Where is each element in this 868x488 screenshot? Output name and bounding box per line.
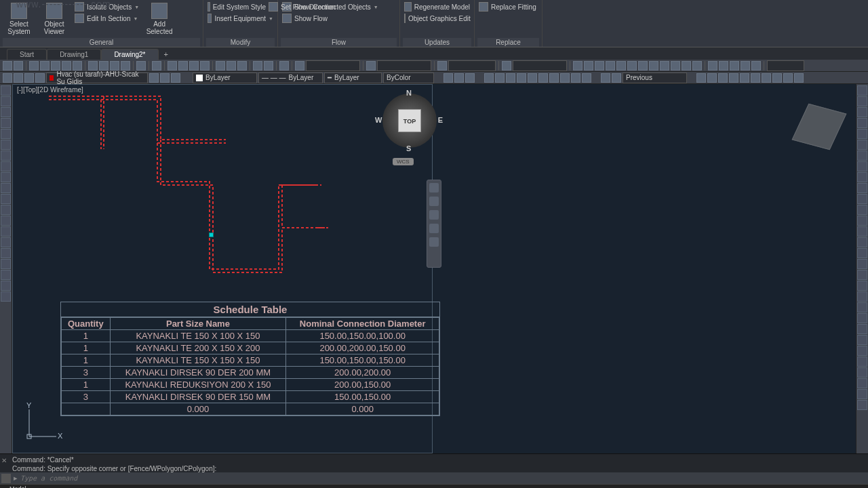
modify-tool-icon[interactable] (857, 237, 867, 247)
draw-tool-icon[interactable] (1, 161, 11, 171)
add-selected-button[interactable]: Add Selected (143, 1, 176, 37)
modify-tool-icon[interactable] (857, 161, 867, 171)
view-compass[interactable]: TOP N S E W (379, 90, 440, 151)
replace-fitting-button[interactable]: Replace Fitting (477, 1, 539, 12)
modify-tool-icon[interactable] (857, 400, 867, 410)
modify-tool-icon[interactable] (857, 150, 867, 161)
draw-tool-icon[interactable] (1, 107, 11, 117)
prop-icon[interactable] (707, 73, 717, 83)
draw-tool-icon[interactable] (1, 140, 11, 150)
prop-icon[interactable] (465, 73, 475, 83)
viewport[interactable]: [-][Top][2D Wireframe] TOP N S E (12, 84, 433, 453)
qat-icon[interactable] (649, 61, 658, 70)
prop-icon[interactable] (601, 73, 610, 83)
wcs-badge[interactable]: WCS (393, 158, 414, 165)
qat-icon[interactable] (279, 61, 289, 70)
tab-start[interactable]: Start (7, 49, 47, 60)
modify-tool-icon[interactable] (857, 96, 867, 106)
draw-tool-icon[interactable] (1, 85, 11, 96)
qat-icon[interactable] (200, 61, 210, 70)
modify-tool-icon[interactable] (857, 140, 867, 150)
prop-icon[interactable] (506, 73, 515, 83)
color-dropdown[interactable]: ByLayer (193, 73, 257, 83)
drawing-canvas[interactable]: [-][Top][2D Wireframe] TOP N S E (12, 84, 868, 453)
qat-icon[interactable] (692, 61, 702, 70)
prop-icon[interactable] (443, 73, 453, 83)
dim-style-drop[interactable] (377, 60, 431, 71)
cmd-close-icon[interactable]: ✕ (1, 457, 7, 464)
qat-icon[interactable] (584, 61, 593, 70)
modify-tool-icon[interactable] (857, 389, 867, 399)
prop-icon[interactable] (528, 73, 537, 83)
modify-tool-icon[interactable] (857, 194, 867, 204)
modify-tool-icon[interactable] (857, 85, 867, 96)
draw-tool-icon[interactable] (1, 259, 11, 269)
qat-icon[interactable] (638, 61, 648, 70)
command-prompt-icon[interactable] (1, 474, 11, 483)
prop-icon[interactable] (772, 73, 782, 83)
prop-icon[interactable] (560, 73, 570, 83)
draw-tool-icon[interactable] (1, 172, 11, 182)
qat-icon[interactable] (216, 61, 225, 70)
prop-icon[interactable] (696, 73, 706, 83)
prop-icon[interactable] (794, 73, 804, 83)
draw-tool-icon[interactable] (1, 150, 11, 161)
nav-showmotion-icon[interactable] (429, 237, 439, 247)
prop-icon[interactable] (751, 73, 760, 83)
draw-tool-icon[interactable] (1, 270, 11, 280)
qat-icon[interactable] (110, 61, 119, 70)
plotstyle-dropdown[interactable]: ByColor (383, 73, 434, 83)
regenerate-model-button[interactable]: Regenerate Model (403, 1, 471, 12)
qat-icon[interactable] (606, 61, 615, 70)
nav-orbit-icon[interactable] (429, 224, 439, 233)
layer-icon[interactable] (171, 73, 180, 83)
selection-grip[interactable] (209, 232, 214, 237)
modify-tool-icon[interactable] (857, 259, 867, 269)
nav-zoom-icon[interactable] (429, 210, 439, 220)
layer-icon[interactable] (3, 73, 12, 83)
tab-drawing2[interactable]: Drawing2* (101, 49, 158, 60)
draw-tool-icon[interactable] (1, 237, 11, 247)
modify-tool-icon[interactable] (857, 216, 867, 226)
prop-icon[interactable] (538, 73, 548, 83)
draw-tool-icon[interactable] (1, 194, 11, 204)
prop-icon[interactable] (740, 73, 749, 83)
modify-tool-icon[interactable] (857, 324, 867, 334)
qat-icon[interactable] (73, 61, 82, 70)
text-style-drop[interactable] (306, 60, 360, 71)
command-input[interactable] (20, 474, 867, 482)
prop-icon[interactable] (484, 73, 494, 83)
prop-icon[interactable] (549, 73, 559, 83)
prop-icon[interactable] (454, 73, 464, 83)
draw-tool-icon[interactable] (1, 226, 11, 237)
qat-icon[interactable] (708, 61, 717, 70)
modify-tool-icon[interactable] (857, 291, 867, 302)
viewcube-top[interactable]: TOP (398, 109, 421, 132)
draw-tool-icon[interactable] (1, 96, 11, 106)
prop-icon[interactable] (718, 73, 728, 83)
qat-icon[interactable] (3, 61, 12, 70)
qat-icon[interactable] (88, 61, 98, 70)
draw-tool-icon[interactable] (1, 291, 11, 302)
qat-icon[interactable] (253, 61, 262, 70)
draw-tool-icon[interactable] (1, 183, 11, 193)
qat-icon[interactable] (730, 61, 739, 70)
compass-e[interactable]: E (438, 116, 443, 124)
modify-tool-icon[interactable] (857, 205, 867, 215)
qat-icon[interactable] (719, 61, 728, 70)
modify-tool-icon[interactable] (857, 270, 867, 280)
qat-icon[interactable] (682, 61, 691, 70)
modify-tool-icon[interactable] (857, 335, 867, 345)
prop-icon[interactable] (762, 73, 771, 83)
modify-tool-icon[interactable] (857, 313, 867, 323)
viewcube-3d[interactable] (792, 102, 846, 149)
layer-dropdown[interactable]: Hvac (su tarafı)-AHU-Sıcak Su Gidiş (46, 73, 148, 83)
qat-icon[interactable] (178, 61, 188, 70)
modify-tool-icon[interactable] (857, 346, 867, 356)
qat-icon[interactable] (121, 61, 130, 70)
linetype-dropdown[interactable]: — — —ByLayer (258, 73, 323, 83)
modify-tool-icon[interactable] (857, 118, 867, 128)
qat-icon[interactable] (660, 61, 669, 70)
qat-icon[interactable] (616, 61, 626, 70)
draw-tool-icon[interactable] (1, 129, 11, 139)
